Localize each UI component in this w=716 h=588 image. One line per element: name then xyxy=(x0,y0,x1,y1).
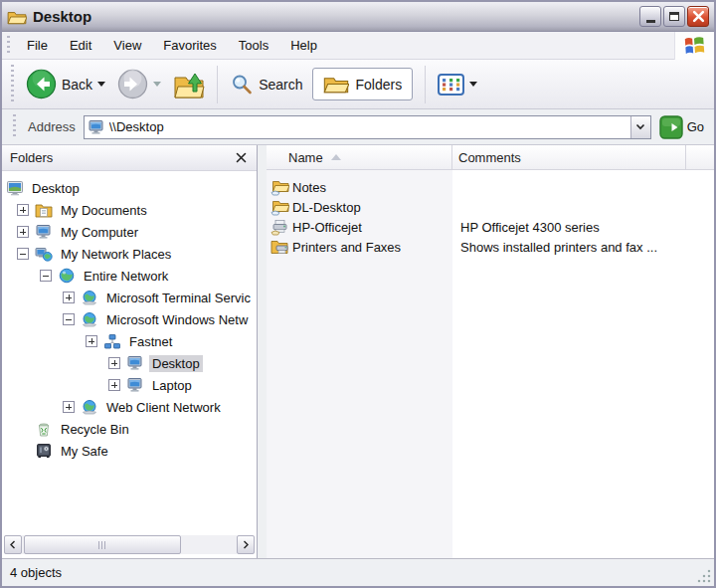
folder-tree: Desktop My Documents My Computer My Netw… xyxy=(2,171,257,558)
file-row-printers-and-faxes[interactable]: Printers and Faxes Shows installed print… xyxy=(267,237,714,257)
forward-dropdown-caret-icon[interactable] xyxy=(153,82,161,87)
windows-logo-icon xyxy=(674,32,714,60)
menu-item-tools[interactable]: Tools xyxy=(228,34,279,57)
expand-toggle[interactable] xyxy=(63,292,75,303)
tree-item-icon xyxy=(126,377,144,393)
tree-item-icon xyxy=(35,246,53,262)
expand-toggle[interactable] xyxy=(63,313,75,325)
maximize-button[interactable] xyxy=(663,6,685,27)
expand-toggle[interactable] xyxy=(17,204,29,216)
go-button[interactable] xyxy=(659,115,683,139)
tree-item-my-documents[interactable]: My Documents xyxy=(2,199,257,221)
back-button[interactable]: Back xyxy=(20,65,111,103)
file-comments: HP Officejet 4300 series xyxy=(452,220,600,235)
toolbar-drag-handle[interactable] xyxy=(10,65,14,103)
search-button[interactable]: Search xyxy=(224,69,308,100)
column-header-name[interactable]: Name xyxy=(267,145,452,170)
tree-item-icon xyxy=(81,311,98,327)
file-list: Notes DL-Desktop HP-Officejet HP Officej… xyxy=(267,170,714,558)
expand-toggle[interactable] xyxy=(17,226,29,238)
expand-toggle[interactable] xyxy=(17,248,29,260)
pane-splitter[interactable] xyxy=(258,145,267,558)
tree-item-label: My Safe xyxy=(58,443,111,460)
back-arrow-icon xyxy=(26,69,57,99)
explorer-window: Desktop FileEditViewFavoritesToolsHelp B… xyxy=(0,0,716,588)
main-area: Folders Desktop My Documents My Computer… xyxy=(2,145,714,558)
scroll-left-button[interactable] xyxy=(4,535,22,554)
folders-pane-header: Folders xyxy=(2,145,257,171)
scrollbar-thumb[interactable] xyxy=(24,535,181,554)
tree-item-my-network-places[interactable]: My Network Places xyxy=(2,243,257,265)
back-dropdown-caret-icon[interactable] xyxy=(97,82,105,87)
views-button[interactable] xyxy=(432,70,483,99)
forward-button[interactable] xyxy=(111,65,167,103)
window-folder-icon xyxy=(7,8,27,26)
tree-item-desktop[interactable]: Desktop xyxy=(2,352,257,374)
tree-item-label: Laptop xyxy=(149,377,195,394)
address-bar: Address Go xyxy=(2,109,714,145)
window-title: Desktop xyxy=(33,8,639,25)
expand-toggle[interactable] xyxy=(40,270,52,282)
tree-item-my-safe[interactable]: My Safe xyxy=(2,440,257,462)
file-row-dl-desktop[interactable]: DL-Desktop xyxy=(267,197,714,217)
menu-item-view[interactable]: View xyxy=(102,34,152,57)
file-row-hp-officejet[interactable]: HP-Officejet HP Officejet 4300 series xyxy=(267,217,714,237)
menu-item-edit[interactable]: Edit xyxy=(59,34,102,57)
views-dropdown-caret-icon[interactable] xyxy=(469,82,477,87)
tool-bar: Back Search Folders xyxy=(2,60,714,109)
horizontal-scrollbar[interactable] xyxy=(4,535,255,554)
tree-item-desktop[interactable]: Desktop xyxy=(2,177,257,199)
expand-toggle[interactable] xyxy=(63,401,75,413)
folders-button-label: Folders xyxy=(355,77,402,93)
tree-item-recycle-bin[interactable]: Recycle Bin xyxy=(2,418,257,440)
scroll-right-button[interactable] xyxy=(237,535,255,554)
file-row-notes[interactable]: Notes xyxy=(267,177,714,197)
addressbar-drag-handle[interactable] xyxy=(12,114,16,139)
menu-item-help[interactable]: Help xyxy=(279,34,328,57)
folders-icon xyxy=(323,74,349,95)
column-header-filler xyxy=(686,145,714,170)
address-dropdown-button[interactable] xyxy=(630,116,650,138)
tree-item-icon xyxy=(35,443,53,459)
status-bar: 4 objects xyxy=(2,558,714,586)
menu-item-favorites[interactable]: Favorites xyxy=(152,34,227,57)
column-header-comments[interactable]: Comments xyxy=(452,145,686,170)
tree-item-label: Desktop xyxy=(149,355,203,372)
expand-toggle[interactable] xyxy=(108,379,120,391)
tree-item-laptop[interactable]: Laptop xyxy=(2,374,257,396)
views-icon xyxy=(438,74,464,96)
file-icon xyxy=(270,219,289,236)
folders-button[interactable]: Folders xyxy=(312,68,413,100)
tree-item-icon xyxy=(126,355,144,371)
close-folders-pane-button[interactable] xyxy=(233,150,249,166)
tree-item-fastnet[interactable]: Fastnet xyxy=(2,330,257,352)
tree-item-my-computer[interactable]: My Computer xyxy=(2,221,257,243)
file-list-pane: Name Comments Notes DL-Desktop HP xyxy=(267,145,714,558)
file-name: HP-Officejet xyxy=(292,220,362,235)
tree-item-label: Microsoft Terminal Servic xyxy=(103,290,254,306)
file-icon xyxy=(270,179,289,196)
back-button-label: Back xyxy=(62,77,92,93)
window-resize-grip[interactable] xyxy=(697,569,711,583)
menu-item-file[interactable]: File xyxy=(16,34,59,57)
tree-item-microsoft-windows-netw[interactable]: Microsoft Windows Netw xyxy=(2,308,257,330)
menubar-drag-handle[interactable] xyxy=(6,36,10,55)
title-bar[interactable]: Desktop xyxy=(2,2,714,32)
file-icon xyxy=(270,199,289,216)
tree-item-label: Recycle Bin xyxy=(58,421,132,438)
up-folder-icon xyxy=(173,70,205,99)
up-button[interactable] xyxy=(167,66,211,103)
address-combo[interactable] xyxy=(84,115,651,139)
scrollbar-track[interactable] xyxy=(181,535,237,554)
address-input[interactable] xyxy=(109,119,630,134)
expand-toggle[interactable] xyxy=(108,357,120,369)
tree-item-microsoft-terminal-servic[interactable]: Microsoft Terminal Servic xyxy=(2,287,257,308)
file-comments: Shows installed printers and fax ... xyxy=(452,240,657,255)
minimize-button[interactable] xyxy=(639,6,661,27)
close-button[interactable] xyxy=(687,6,709,27)
tree-item-web-client-network[interactable]: Web Client Network xyxy=(2,396,257,418)
address-label: Address xyxy=(28,119,76,134)
tree-item-entire-network[interactable]: Entire Network xyxy=(2,265,257,287)
address-computer-icon xyxy=(88,119,105,135)
expand-toggle[interactable] xyxy=(86,335,97,347)
